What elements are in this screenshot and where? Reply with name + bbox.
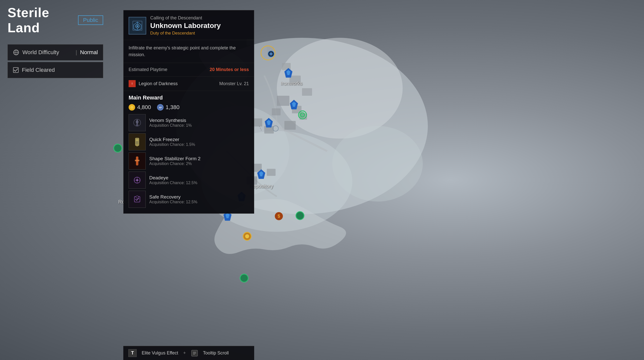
reward-info-4: Safe Recovery Acquisition Chance: 12.5% (149, 194, 249, 204)
mission-header: Calling of the Descendant Unknown Labora… (124, 10, 254, 40)
playtime-label: Estimated Playtime (129, 67, 167, 72)
sidebar: Sterile Land Public World Difficulty | N… (8, 5, 103, 78)
gold-amount: 4,800 (137, 104, 151, 111)
reward-info-0: Venom Synthesis Acquisition Chance: 1% (149, 118, 249, 128)
reward-name-1: Quick Freezer (149, 137, 249, 142)
svg-rect-75 (135, 160, 139, 161)
scroll-icon (191, 350, 198, 357)
mission-title-block: Calling of the Descendant Unknown Labora… (150, 15, 249, 36)
public-badge-button[interactable]: Public (78, 15, 103, 25)
svg-text:$: $ (278, 214, 280, 219)
reward-chance-0: Acquisition Chance: 1% (149, 123, 249, 128)
mission-enemy: ! Legion of Darkness Monster Lv. 21 (124, 77, 254, 91)
gold-icon (129, 104, 135, 111)
svg-text:XP: XP (159, 106, 162, 109)
world-difficulty-label: World Difficulty (13, 49, 59, 56)
reward-name-0: Venom Synthesis (149, 118, 249, 123)
svg-point-76 (136, 163, 138, 165)
enemy-level: Monster Lv. 21 (219, 81, 249, 86)
playtime-value: 20 Minutes or less (210, 67, 249, 72)
map-green-circle-2 (298, 110, 307, 120)
xp-currency: XP 1,380 (157, 104, 179, 111)
reward-info-1: Quick Freezer Acquisition Chance: 1.5% (149, 137, 249, 147)
field-cleared-label: Field Cleared (22, 67, 55, 73)
mission-description: Infiltrate the enemy's strategic point a… (124, 40, 254, 63)
reward-thumb-4 (129, 191, 146, 208)
field-cleared-filter[interactable]: Field Cleared (8, 62, 103, 78)
svg-point-80 (136, 179, 138, 181)
mission-category: Calling of the Descendant (150, 15, 249, 21)
difficulty-divider: | (75, 49, 77, 56)
reward-thumb-1 (129, 133, 146, 150)
elite-vulgus-label: Elite Vulgus Effect (142, 350, 178, 356)
reward-chance-3: Acquisition Chance: 12.5% (149, 181, 249, 185)
mission-playtime: Estimated Playtime 20 Minutes or less (124, 63, 254, 77)
map-detail-icon-3 (268, 50, 275, 58)
reward-item-4: Safe Recovery Acquisition Chance: 12.5% (129, 191, 249, 208)
svg-rect-71 (136, 139, 138, 141)
svg-point-83 (136, 196, 138, 198)
svg-point-48 (299, 112, 305, 118)
svg-point-68 (136, 124, 138, 126)
reward-item-1: Quick Freezer Acquisition Chance: 1.5% (129, 133, 249, 150)
main-reward-section: Main Reward 4,800 XP 1,380 Venom Synthe (124, 91, 254, 213)
world-difficulty-filter[interactable]: World Difficulty | Normal (8, 44, 103, 60)
svg-point-35 (245, 234, 249, 238)
main-reward-title: Main Reward (129, 94, 249, 101)
reward-name-4: Safe Recovery (149, 194, 249, 200)
svg-point-62 (130, 106, 133, 109)
svg-point-43 (273, 126, 278, 131)
checkbox-icon (13, 67, 19, 73)
tooltip-scroll-label: Tooltip Scroll (203, 350, 229, 356)
reward-name-2: Shape Stabilizer Form 2 (149, 156, 249, 161)
reward-chance-2: Acquisition Chance: 2% (149, 161, 249, 166)
mission-popup: Calling of the Descendant Unknown Labora… (123, 10, 254, 214)
svg-point-45 (270, 53, 272, 55)
map-pin-blue-3[interactable] (265, 118, 273, 128)
map-pin-blue-2[interactable] (290, 100, 298, 110)
map-pin-blue-1[interactable] (284, 68, 292, 79)
reward-thumb-2 (129, 152, 146, 170)
svg-point-38 (240, 274, 248, 282)
xp-icon: XP (157, 104, 164, 111)
world-difficulty-value: | Normal (75, 49, 98, 56)
key-t: T (128, 349, 137, 357)
reward-info-2: Shape Stabilizer Form 2 Acquisition Chan… (149, 156, 249, 166)
map-pin-green-2[interactable] (295, 211, 305, 221)
svg-point-37 (296, 212, 304, 220)
reward-chance-4: Acquisition Chance: 12.5% (149, 200, 249, 204)
reward-currency-row: 4,800 XP 1,380 (129, 104, 249, 111)
mission-subtitle: Duty of the Descendant (150, 31, 249, 36)
separator: + (183, 350, 186, 356)
map-pin-green-1[interactable] (113, 144, 122, 154)
reward-item-2: Shape Stabilizer Form 2 Acquisition Chan… (129, 152, 249, 170)
svg-point-72 (136, 144, 138, 146)
map-pin-gold[interactable] (243, 232, 252, 242)
svg-text:!: ! (132, 82, 132, 85)
reward-chance-1: Acquisition Chance: 1.5% (149, 142, 249, 147)
xp-amount: 1,380 (166, 104, 179, 111)
mission-icon (129, 17, 146, 35)
reward-item-3: Deadeye Acquisition Chance: 12.5% (129, 172, 249, 189)
svg-point-56 (136, 25, 138, 27)
reward-item-0: Venom Synthesis Acquisition Chance: 1% (129, 114, 249, 131)
reward-info-3: Deadeye Acquisition Chance: 12.5% (149, 175, 249, 185)
page-title: Sterile Land (8, 5, 74, 35)
map-pin-orange[interactable]: $ (274, 212, 283, 222)
map-pin-blue-4[interactable] (257, 169, 265, 180)
globe-icon (13, 49, 19, 56)
mission-name: Unknown Laboratory (150, 22, 249, 30)
enemy-faction-icon: ! (129, 80, 136, 87)
bottom-bar: T Elite Vulgus Effect + Tooltip Scroll (123, 346, 254, 360)
enemy-faction-name: Legion of Darkness (139, 81, 216, 86)
reward-thumb-0 (129, 114, 146, 131)
map-pin-green-3[interactable] (240, 274, 249, 284)
map-detail-icon-2 (273, 125, 279, 133)
reward-name-3: Deadeye (149, 175, 249, 181)
gold-currency: 4,800 (129, 104, 151, 111)
svg-point-36 (114, 144, 122, 152)
reward-thumb-3 (129, 172, 146, 189)
